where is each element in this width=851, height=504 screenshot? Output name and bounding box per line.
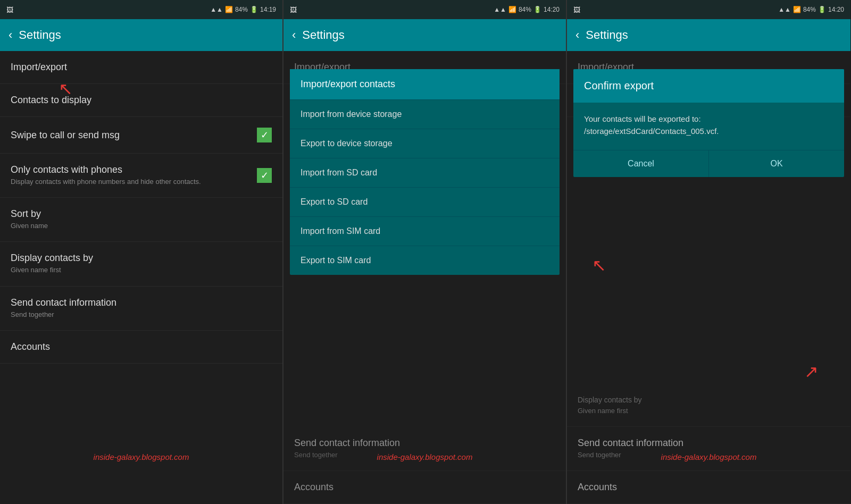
contacts-display-label-1: Contacts to display	[11, 95, 91, 105]
import-export-label-1: Import/export	[11, 62, 67, 72]
time-2: 14:20	[544, 6, 560, 13]
status-bar-2: 🖼 ▲▲ 📶 84% 🔋 14:20	[283, 0, 566, 19]
panel-1: 🖼 ▲▲ 📶 84% 🔋 14:19 ‹ Settings Import/exp…	[0, 0, 283, 504]
swipe-call-item-1[interactable]: Swipe to call or send msg ✓	[0, 117, 282, 154]
swipe-call-row-1: Swipe to call or send msg ✓	[11, 128, 272, 142]
import-export-dropdown-2: Import/export contacts Import from devic…	[290, 69, 560, 275]
battery-icon-3: 🔋	[818, 6, 826, 13]
sort-by-label-1: Sort by	[11, 208, 41, 219]
toolbar-1: ‹ Settings	[0, 19, 282, 51]
contacts-display-item-1[interactable]: Contacts to display	[0, 84, 282, 117]
only-phones-item-1[interactable]: Only contacts with phones Display contac…	[0, 154, 282, 198]
sort-by-item-1[interactable]: Sort by Given name	[0, 198, 282, 242]
toolbar-title-1: Settings	[19, 28, 61, 42]
accounts-item-2[interactable]: Accounts	[283, 471, 566, 504]
wifi-icon-2: 📶	[508, 6, 516, 13]
toolbar-2: ‹ Settings	[283, 19, 566, 51]
only-phones-text-1: Only contacts with phones Display contac…	[11, 164, 257, 187]
bottom-items-3: Display contacts by Given name first Sen…	[567, 384, 850, 504]
accounts-label-1: Accounts	[11, 341, 50, 352]
sort-by-subtitle-1: Given name	[11, 221, 272, 231]
only-phones-subtitle-1: Display contacts with phone numbers and …	[11, 177, 257, 187]
dialog-buttons-3: Cancel OK	[573, 150, 844, 177]
back-button-1[interactable]: ‹	[9, 28, 12, 42]
ok-button-3[interactable]: OK	[708, 150, 844, 177]
export-sd-card-2[interactable]: Export to SD card	[290, 187, 560, 216]
send-contact-label-1: Send contact information	[11, 297, 116, 308]
export-device-storage-2[interactable]: Export to device storage	[290, 129, 560, 158]
display-by-item-1[interactable]: Display contacts by Given name first	[0, 242, 282, 286]
export-sim-card-2[interactable]: Export to SIM card	[290, 246, 560, 275]
battery-icon-1: 🔋	[250, 6, 258, 13]
dialog-title-3: Confirm export	[573, 69, 844, 103]
swipe-call-label-1: Swipe to call or send msg	[11, 130, 120, 141]
screenshot-icon-1: 🖼	[6, 6, 13, 14]
confirm-export-dialog-3: Confirm export Your contacts will be exp…	[573, 69, 844, 177]
toolbar-3: ‹ Settings	[567, 19, 850, 51]
accounts-label-3: Accounts	[578, 482, 617, 492]
signal-icon-1: ▲▲	[210, 6, 223, 13]
wifi-icon-1: 📶	[225, 6, 233, 13]
status-left-3: 🖼	[573, 6, 580, 14]
accounts-item-1[interactable]: Accounts	[0, 331, 282, 364]
panel-3: 🖼 ▲▲ 📶 84% 🔋 14:20 ‹ Settings Import/exp…	[567, 0, 850, 504]
time-3: 14:20	[828, 6, 844, 13]
status-right-2: ▲▲ 📶 84% 🔋 14:20	[494, 6, 560, 13]
dropdown-header-2: Import/export contacts	[290, 69, 560, 99]
send-contact-label-2: Send contact information	[294, 438, 400, 448]
display-by-subtitle-1: Given name first	[11, 265, 272, 275]
signal-icon-2: ▲▲	[494, 6, 506, 13]
accounts-item-3: Accounts	[567, 471, 850, 504]
send-contact-item-1[interactable]: Send contact information Send together	[0, 287, 282, 331]
only-phones-row-1: Only contacts with phones Display contac…	[11, 164, 272, 187]
battery-1: 84%	[235, 6, 248, 13]
display-by-subtitle-3: Given name first	[578, 406, 840, 416]
import-export-item-1[interactable]: Import/export	[0, 51, 282, 84]
display-by-label-1: Display contacts by	[11, 253, 93, 263]
time-1: 14:19	[260, 6, 276, 13]
battery-2: 84%	[519, 6, 531, 13]
battery-icon-2: 🔋	[533, 6, 541, 13]
only-phones-label-1: Only contacts with phones	[11, 164, 122, 175]
battery-3: 84%	[803, 6, 816, 13]
send-contact-subtitle-1: Send together	[11, 310, 272, 320]
wifi-icon-3: 📶	[793, 6, 801, 13]
signal-icon-3: ▲▲	[778, 6, 791, 13]
status-right-1: ▲▲ 📶 84% 🔋 14:19	[210, 6, 276, 13]
send-contact-item-3: Send contact information Send together	[567, 427, 850, 471]
toolbar-title-2: Settings	[302, 28, 345, 42]
back-button-2[interactable]: ‹	[292, 28, 296, 42]
screenshot-icon-2: 🖼	[290, 6, 297, 14]
display-by-label-3: Display contacts by	[578, 396, 642, 404]
dialog-body-3: Your contacts will be exported to: /stor…	[573, 103, 844, 150]
swipe-call-checkbox-1[interactable]: ✓	[257, 128, 272, 142]
status-right-3: ▲▲ 📶 84% 🔋 14:20	[778, 6, 844, 13]
import-device-storage-2[interactable]: Import from device storage	[290, 99, 560, 129]
send-contact-subtitle-2: Send together	[294, 450, 555, 460]
status-bar-3: 🖼 ▲▲ 📶 84% 🔋 14:20	[567, 0, 850, 19]
accounts-label-2: Accounts	[294, 482, 333, 492]
status-left-1: 🖼	[6, 6, 13, 14]
send-contact-label-3: Send contact information	[578, 438, 683, 448]
settings-list-1: Import/export Contacts to display Swipe …	[0, 51, 282, 504]
status-left-2: 🖼	[290, 6, 297, 14]
only-phones-checkbox-1[interactable]: ✓	[257, 168, 272, 183]
cancel-button-3[interactable]: Cancel	[573, 150, 708, 177]
import-sd-card-2[interactable]: Import from SD card	[290, 158, 560, 187]
back-button-3[interactable]: ‹	[575, 28, 579, 42]
screenshot-icon-3: 🖼	[573, 6, 580, 14]
bottom-items-2: Send contact information Send together A…	[283, 427, 566, 504]
panel-2: 🖼 ▲▲ 📶 84% 🔋 14:20 ‹ Settings Import/exp…	[283, 0, 567, 504]
display-by-item-3: Display contacts by Given name first	[567, 384, 850, 427]
import-sim-card-2[interactable]: Import from SIM card	[290, 216, 560, 246]
send-contact-item-2[interactable]: Send contact information Send together	[283, 427, 566, 471]
toolbar-title-3: Settings	[586, 28, 628, 42]
status-bar-1: 🖼 ▲▲ 📶 84% 🔋 14:19	[0, 0, 282, 19]
send-contact-subtitle-3: Send together	[578, 450, 840, 460]
